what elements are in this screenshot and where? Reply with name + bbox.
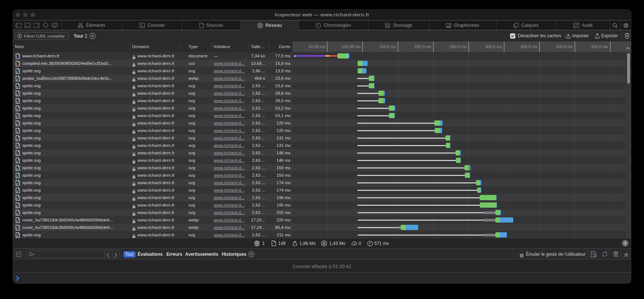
svg-text:?: ? <box>624 241 626 245</box>
svg-text:<>: <> <box>16 55 19 58</box>
svg-text:JS: JS <box>592 253 594 255</box>
svg-text:css: css <box>16 63 19 65</box>
